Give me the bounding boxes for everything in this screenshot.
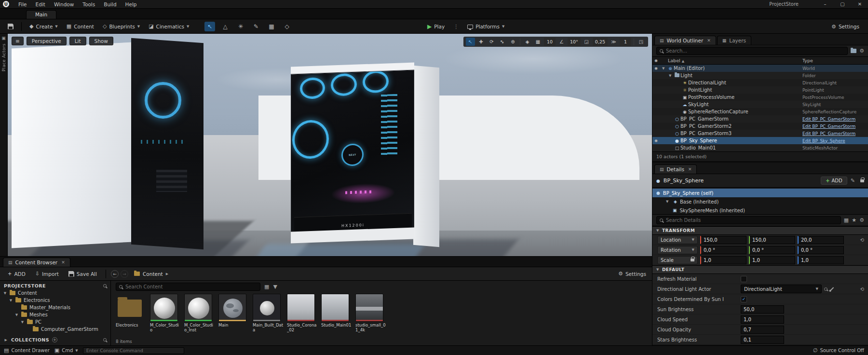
select-tool-icon[interactable]: ↖	[466, 38, 475, 46]
rotation-z-field[interactable]	[798, 246, 844, 254]
fracture-mode-icon[interactable]: ◇	[282, 22, 292, 31]
outliner-row-directional-light[interactable]: ☀ DirectionalLight DirectionalLight	[652, 79, 868, 86]
component-row-sky-sphere-mesh[interactable]: ▣ SkySphereMesh (Inherited)	[652, 206, 868, 215]
tree-item-pc[interactable]: ▼PC	[0, 318, 110, 326]
asset-tile-texture[interactable]: studio_small_01_4k	[355, 294, 386, 339]
expand-caret-icon[interactable]: ▼	[20, 320, 25, 324]
camera-speed-icon[interactable]: ≫	[609, 38, 618, 46]
visibility-eye-icon[interactable]: ◉	[654, 66, 661, 70]
rotation-y-field[interactable]	[749, 246, 795, 254]
rotate-tool-icon[interactable]: ⟳	[487, 38, 496, 46]
play-options-kebab-icon[interactable]: ⋮	[451, 24, 461, 30]
scale-x-field[interactable]	[700, 256, 746, 264]
edit-blueprint-link[interactable]: Edit BP_PC_GamerStorm	[802, 117, 866, 122]
location-z-field[interactable]	[798, 236, 844, 244]
cloud-speed-field[interactable]	[741, 315, 784, 324]
grid-snap-icon[interactable]: ▦	[533, 38, 542, 46]
view-mode-dropdown[interactable]: Lit	[69, 37, 86, 45]
outliner-row-sky-light[interactable]: ☁ SkyLight SkyLight	[652, 101, 868, 108]
menu-edit[interactable]: Edit	[31, 0, 50, 9]
brush-edit-mode-icon[interactable]: ✎	[251, 22, 261, 31]
settings-button[interactable]: ⚙Settings	[827, 22, 863, 31]
search-icon[interactable]	[103, 284, 107, 287]
asset-tile-material[interactable]: M_Color_Studio	[150, 294, 181, 339]
add-component-button[interactable]: + ADD	[821, 177, 847, 185]
scale-tool-icon[interactable]: ↔	[496, 36, 508, 48]
default-section-header[interactable]: ▼ DEFAULT	[652, 265, 868, 274]
component-row-base[interactable]: ▼ ◈ Base (Inherited)	[652, 197, 868, 206]
import-button[interactable]: ⇩Import	[31, 269, 63, 278]
outliner-column-header[interactable]: ◉ Label ▲ Type	[652, 57, 868, 65]
menu-window[interactable]: Window	[50, 0, 78, 9]
expand-caret-icon[interactable]: ▼	[9, 299, 13, 302]
save-button[interactable]	[4, 22, 17, 31]
outliner-row-studio-main01[interactable]: □ Studio_Main01 StaticMeshActor	[652, 144, 868, 151]
expand-caret-icon[interactable]: ▶	[4, 338, 8, 342]
tree-item-meshes[interactable]: ▼Meshes	[0, 311, 110, 318]
select-mode-icon[interactable]: ↖	[204, 22, 215, 31]
perspective-dropdown[interactable]: Perspective	[27, 37, 67, 45]
asset-tile-level[interactable]: Main	[218, 294, 249, 339]
asset-tile-texture[interactable]: Studio_Corona_02	[287, 294, 318, 339]
outliner-search-input[interactable]	[666, 48, 844, 54]
expand-caret-icon[interactable]: ▼	[14, 313, 19, 317]
breadcrumb[interactable]: Content ▶	[134, 271, 168, 277]
platforms-button[interactable]: Platforms▼	[463, 22, 508, 31]
menu-build[interactable]: Build	[99, 0, 121, 9]
location-dropdown[interactable]: Location▼	[657, 236, 698, 244]
outliner-row-bp-pc-gamerstorm3[interactable]: ○ BP_PC_GamerStorm3 Edit BP_PC_GamerStor…	[652, 130, 868, 137]
tree-item-content[interactable]: ▼Content	[0, 289, 110, 297]
content-button[interactable]: ▦Content	[63, 22, 98, 31]
scale-snap-value[interactable]: 0,25	[593, 38, 608, 46]
outliner-row-main-editor[interactable]: ◉ ▼ ⊕ Main (Editor) World	[652, 65, 868, 72]
menu-file[interactable]: File	[14, 0, 31, 9]
scale-z-field[interactable]	[798, 256, 844, 264]
rotation-x-field[interactable]	[700, 246, 746, 254]
expand-caret-icon[interactable]: ▼	[3, 291, 7, 295]
unreal-logo-icon[interactable]: U	[3, 1, 9, 7]
outliner-row-bp-sky-sphere[interactable]: ◉ ● BP_Sky_Sphere Edit BP_Sky_Sphere	[652, 137, 868, 144]
reset-to-default-icon[interactable]: ⟲	[860, 287, 864, 292]
colors-determined-by-sun-checkbox[interactable]	[741, 296, 747, 302]
tree-item-computer-gamerstorm[interactable]: Computer_GamerStorm	[0, 326, 110, 333]
asset-tile-texture[interactable]: Studio_Main01	[321, 294, 352, 339]
sun-brightness-field[interactable]	[741, 305, 784, 314]
blueprints-button[interactable]: ◇Blueprints▼	[99, 22, 144, 31]
outliner-row-bp-pc-gamerstorm[interactable]: ○ BP_PC_GamerStorm Edit BP_PC_GamerStorm	[652, 115, 868, 123]
eyedropper-icon[interactable]	[830, 287, 834, 291]
scale-dropdown[interactable]: Scale	[657, 256, 698, 264]
menu-tools[interactable]: Tools	[78, 0, 99, 9]
expand-caret-icon[interactable]: ▼	[669, 74, 674, 78]
forward-button[interactable]: →	[121, 270, 128, 278]
asset-tile-folder[interactable]: Electronics	[116, 294, 147, 339]
visibility-eye-icon[interactable]: ◉	[654, 138, 661, 143]
rotation-snap-icon[interactable]: ∠	[557, 38, 566, 46]
console-command-input[interactable]	[83, 347, 184, 354]
search-content-box[interactable]	[116, 283, 260, 291]
new-folder-icon[interactable]	[851, 49, 856, 53]
surface-snap-icon[interactable]: ◈	[523, 38, 532, 46]
landscape-mode-icon[interactable]: △	[220, 22, 231, 31]
window-close-button[interactable]: ✕	[854, 1, 865, 7]
tab-world-outliner[interactable]: ▤ World Outliner ✕	[654, 36, 716, 45]
details-settings-icon[interactable]: ⚙	[859, 217, 864, 223]
tab-content-browser[interactable]: ▤ Content Browser ✕	[3, 258, 70, 267]
save-all-button[interactable]: Save All	[65, 270, 101, 278]
back-button[interactable]: ←	[111, 270, 119, 278]
foliage-mode-icon[interactable]: ✳	[235, 22, 246, 31]
source-control-status[interactable]: ∅ Source Control Off	[813, 347, 864, 354]
move-tool-icon[interactable]: ✚	[476, 38, 486, 46]
cloud-opacity-field[interactable]	[741, 326, 784, 334]
scale-y-field[interactable]	[749, 256, 795, 264]
asset-tile-build-data[interactable]: Main_Built_Data	[253, 294, 284, 339]
create-button[interactable]: ◆Create▼	[26, 22, 62, 31]
grid-snap-value[interactable]: 10	[544, 38, 556, 46]
outliner-settings-icon[interactable]: ⚙	[859, 48, 864, 54]
cinematics-button[interactable]: ◪Cinematics▼	[145, 22, 193, 31]
pc-case-left[interactable]	[12, 41, 204, 251]
world-space-toggle-icon[interactable]: ⊕	[508, 38, 517, 46]
collections-section[interactable]: ▶ COLLECTIONS +	[0, 336, 110, 344]
location-y-field[interactable]	[749, 236, 795, 244]
visibility-column-eye-icon[interactable]: ◉	[654, 58, 661, 63]
level-tab-main[interactable]: Main	[26, 10, 56, 19]
